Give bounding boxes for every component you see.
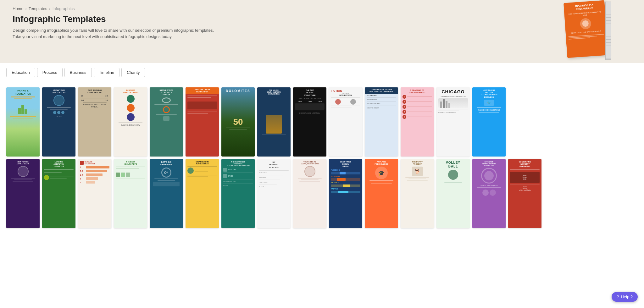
template-southam[interactable]: TOP MAJORSOUTH AMERICANCOMMODITIES	[257, 87, 291, 157]
breadcrumb-home[interactable]: Home	[13, 6, 24, 11]
header-banner: Home › Templates › Infographics Infograp…	[0, 0, 644, 63]
breadcrumb-current: Infographics	[53, 6, 75, 11]
template-bizplan[interactable]: CREATING YOURBUSINESS PLAN	[186, 159, 219, 228]
template-selfie[interactable]: HOW TO TAKEA GREAT SELFIE	[6, 159, 40, 228]
template-smoking[interactable]: QUIT SMOKINGSTART HEALING 20 2-3 1-9 1-9…	[78, 87, 111, 157]
ruler-decoration	[605, 2, 611, 60]
template-apps[interactable]: THE BESTHEALTH APPS	[114, 159, 147, 228]
template-row-2: HOW TO TAKEA GREAT SELFIE LEADINGA HEALT…	[6, 159, 638, 228]
template-college[interactable]: APPLYINGFOR COLLEGE 🎓	[365, 159, 398, 228]
template-turtles[interactable]: KNOW YOURSEA TURTLES 1 = 1000	[42, 87, 75, 157]
breadcrumb-templates[interactable]: Templates	[29, 6, 47, 11]
template-artcity[interactable]: THE ARTOF CITYSTRUCTURE THREE STRUCTURE …	[293, 87, 326, 157]
template-grid: Parks &Recreation KNOW YOURSEA TURTLES	[0, 82, 644, 233]
hero-infographic: OPENING UP A RESTAURANT HOW MUCH PROFIT …	[564, 0, 608, 58]
template-healthy[interactable]: LEADINGA HEALTHYLIFESTYLE	[42, 159, 75, 228]
template-parks[interactable]: Parks &Recreation	[6, 87, 40, 157]
template-skin[interactable]: Your Guide toClear, Healthy Skin	[293, 159, 326, 228]
template-bicycle[interactable]: SIMPLE STEPSTO BICYCLESAFETY	[150, 87, 183, 157]
template-startup[interactable]: BUSINESSSTARTUP COSTS CALL US • DONATE N…	[114, 87, 147, 157]
tab-process[interactable]: Process	[37, 68, 63, 77]
breadcrumb-sep2: ›	[49, 6, 50, 11]
breadcrumb: Home › Templates › Infographics	[13, 6, 631, 11]
template-newyork[interactable]: DEPARTMENT OF TOURISMNEW YORK CITY LIVIN…	[365, 87, 398, 157]
header-description: Design compelling infographics your fans…	[13, 27, 217, 40]
tab-business[interactable]: Business	[64, 68, 92, 77]
tab-charity[interactable]: Charity	[121, 68, 145, 77]
template-fiction[interactable]: FICTION VERSUS NON-FICTION	[329, 87, 362, 157]
template-steak[interactable]: UltimateSTEAK GUIDE 1 2.5 3-4	[78, 159, 111, 228]
template-consulting[interactable]: Consultingindustryoverview/ MBAVersusPhD…	[508, 159, 541, 228]
template-bartholomew[interactable]: BARTHOLOMEWHENDERSON	[186, 87, 219, 157]
template-charity[interactable]: 5 REASONS TOGIVE TO CHARITY 1 2 3	[401, 87, 434, 157]
tab-timeline[interactable]: Timeline	[94, 68, 120, 77]
tab-education[interactable]: Education	[6, 68, 35, 77]
template-volley[interactable]: VOLLEYBALL	[436, 159, 470, 228]
template-chicago[interactable]: CHICAGO TOP REASONS TO VISIT THE WINDY C…	[436, 87, 470, 157]
template-puppy[interactable]: THE PUPPYPROJECT 🐕	[401, 159, 434, 228]
template-introverts[interactable]: EFFECT OFPEOPLE AROUNDINTROVERTS Types o…	[472, 159, 506, 228]
breadcrumb-sep1: ›	[25, 6, 27, 11]
template-dolomites[interactable]: DOLOMITES 50	[221, 87, 255, 157]
template-besttimes[interactable]: BEST TIMESSOcialMEDIA FACEBOOK INSTAGRAM…	[329, 159, 362, 228]
filter-tabs: Education Process Business Timeline Char…	[0, 63, 644, 82]
template-shopping[interactable]: LET'S GOSHOPPING! 🛍	[150, 159, 183, 228]
template-row-1: Parks &Recreation KNOW YOURSEA TURTLES	[6, 87, 638, 157]
template-morning[interactable]: MyMorningRoutine• For breakfast Ride the…	[257, 159, 291, 228]
template-twitter[interactable]: HOW TO USETWITTERTO EXPAND YOURBUSINESS …	[472, 87, 506, 157]
page-title: Infographic Templates	[13, 14, 631, 24]
template-bestthings[interactable]: THE BEST THINGSTO DONATEafter a natural …	[221, 159, 255, 228]
